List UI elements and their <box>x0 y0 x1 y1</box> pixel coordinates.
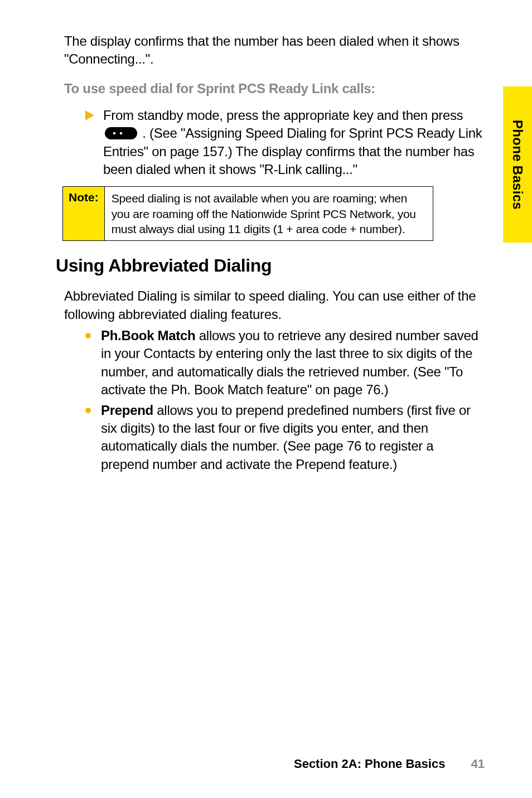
step-item: From standby mode, press the appropriate… <box>85 107 485 179</box>
play-triangle-icon <box>85 110 94 123</box>
bullet-dot-icon <box>85 333 91 338</box>
page-number: 41 <box>471 757 485 771</box>
step-text-before: From standby mode, press the appropriate… <box>103 108 463 123</box>
bullet-body: allows you to prepend predefined numbers… <box>101 403 471 472</box>
step-text-after: . (See "Assigning Speed Dialing for Spri… <box>103 125 482 177</box>
note-label: Note: <box>63 187 105 240</box>
bullet-dot-icon <box>85 408 91 413</box>
intro-paragraph: The display confirms that the number has… <box>64 32 485 69</box>
svg-marker-0 <box>85 110 94 120</box>
abbrev-intro-paragraph: Abbreviated Dialing is similar to speed … <box>64 287 485 323</box>
page-content: The display confirms that the number has… <box>0 0 532 798</box>
sub-heading-speed-dial: To use speed dial for Sprint PCS Ready L… <box>64 81 485 96</box>
bullet-text: Ph.Book Match allows you to retrieve any… <box>101 327 485 399</box>
note-content: Speed dialing is not available when you … <box>105 187 433 240</box>
list-item: Ph.Book Match allows you to retrieve any… <box>85 327 485 399</box>
ready-link-button-icon <box>105 127 137 139</box>
bullet-label: Ph.Book Match <box>101 328 195 343</box>
list-item: Prepend allows you to prepend predefined… <box>85 402 485 474</box>
page-footer: Section 2A: Phone Basics 41 <box>294 757 485 771</box>
note-box: Note: Speed dialing is not available whe… <box>62 186 433 241</box>
bullet-text: Prepend allows you to prepend predefined… <box>101 402 485 474</box>
heading-abbreviated-dialing: Using Abbreviated Dialing <box>56 255 485 276</box>
footer-section-label: Section 2A: Phone Basics <box>294 757 445 771</box>
bullet-list: Ph.Book Match allows you to retrieve any… <box>85 327 485 473</box>
bullet-label: Prepend <box>101 403 153 418</box>
step-text: From standby mode, press the appropriate… <box>103 107 485 179</box>
